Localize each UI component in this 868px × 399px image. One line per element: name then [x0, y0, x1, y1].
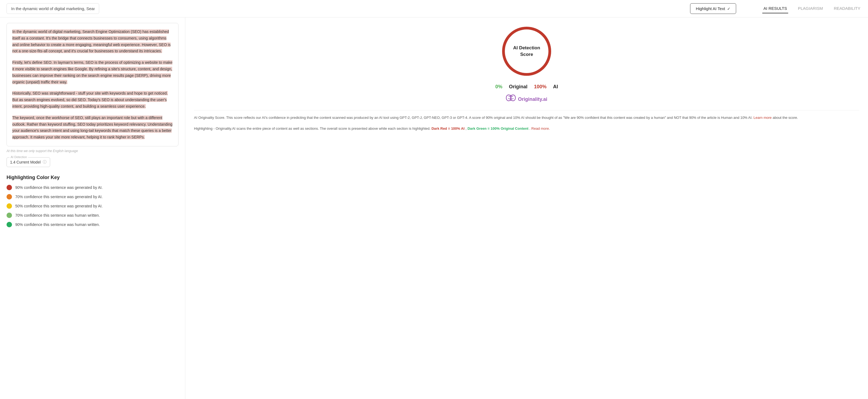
color-key-label-1: 70% confidence this sentence was generat…	[15, 194, 103, 199]
original-pct: 0%	[495, 84, 502, 90]
color-dot-orange	[6, 194, 12, 200]
info-icon[interactable]: ⓘ	[43, 160, 46, 164]
color-key-item-3: 70% confidence this sentence was human w…	[6, 213, 179, 218]
color-key-label-3: 70% confidence this sentence was human w…	[15, 213, 100, 217]
model-selector[interactable]: AI Detection 1.4 Current Model ⓘ	[6, 157, 50, 167]
app-container: Highlight AI Text ✓ AI RESULTS PLAGIARIS…	[0, 0, 868, 399]
paragraph-4: The keyword, once the workhorse of SEO, …	[12, 115, 173, 141]
highlight-ai-text-button[interactable]: Highlight AI Text ✓	[690, 3, 736, 14]
score-circle-container: AI Detection Score	[194, 24, 859, 79]
paragraph-1: In the dynamic world of digital marketin…	[12, 29, 173, 55]
brand-name-prefix: Originality	[518, 96, 542, 102]
color-key-label-0: 90% confidence this sentence was generat…	[15, 185, 103, 190]
color-dot-dark-green	[6, 222, 12, 227]
checkmark-icon: ✓	[727, 6, 731, 11]
tab-ai-results[interactable]: AI RESULTS	[762, 4, 788, 13]
color-dot-light-green	[6, 213, 12, 218]
color-key-section: Highlighting Color Key 90% confidence th…	[6, 175, 179, 227]
paragraph-3: Historically, SEO was straightforward - …	[12, 90, 173, 110]
color-key-item-2: 50% confidence this sentence was generat…	[6, 203, 179, 209]
paragraph-2: Firstly, let's define SEO. In layman's t…	[12, 59, 173, 85]
highlighted-text-3: Historically, SEO was straightforward - …	[12, 91, 168, 109]
highlight-btn-label: Highlight AI Text	[696, 6, 725, 11]
tabs-area: AI RESULTS PLAGIARISM READABILITY	[762, 4, 862, 13]
highlighted-text-4: The keyword, once the workhorse of SEO, …	[12, 116, 173, 139]
highlighted-text-2: Firstly, let's define SEO. In layman's t…	[12, 60, 173, 84]
score-circle-label-line1: AI Detection	[513, 45, 540, 51]
score-circle-label-line2: Score	[520, 52, 533, 57]
score-circle: AI Detection Score	[499, 24, 554, 79]
read-more-link[interactable]: Read more.	[531, 126, 550, 130]
dark-red-label: Dark Red = 100% AI	[432, 126, 465, 130]
highlighted-text-1: In the dynamic world of digital marketin…	[12, 29, 170, 53]
top-bar: Highlight AI Text ✓ AI RESULTS PLAGIARIS…	[0, 0, 868, 18]
left-panel: In the dynamic world of digital marketin…	[0, 18, 185, 399]
color-dot-yellow	[6, 203, 12, 209]
tab-readability[interactable]: READABILITY	[833, 4, 862, 13]
text-content-box: In the dynamic world of digital marketin…	[6, 23, 179, 146]
learn-more-link[interactable]: Learn more	[753, 116, 772, 120]
score-description: AI Originality Score. This score reflect…	[194, 115, 859, 121]
tab-plagiarism[interactable]: PLAGIARISM	[797, 4, 824, 13]
brand-name: Originality.ai	[518, 96, 547, 102]
brand-name-suffix: .ai	[542, 96, 547, 102]
divider	[194, 110, 859, 111]
color-dot-dark-red	[6, 185, 12, 190]
color-key-item-1: 70% confidence this sentence was generat…	[6, 194, 179, 200]
brain-icon	[506, 94, 516, 105]
highlight-description: Highlighting - Originality.AI scans the …	[194, 126, 859, 132]
color-key-item-0: 90% confidence this sentence was generat…	[6, 185, 179, 190]
color-key-item-4: 90% confidence this sentence was human w…	[6, 222, 179, 227]
color-key-label-2: 50% confidence this sentence was generat…	[15, 204, 103, 208]
description2-comma: ,	[466, 126, 467, 130]
score-labels: 0% Original 100% AI	[194, 84, 859, 90]
score-circle-text: AI Detection Score	[513, 45, 540, 58]
model-selector-label: AI Detection	[9, 155, 28, 159]
color-key-title: Highlighting Color Key	[6, 175, 179, 180]
brand-logo: Originality.ai	[194, 94, 859, 105]
description1-end: about the score.	[773, 116, 798, 120]
dark-green-label: Dark Green = 100% Original Content	[467, 126, 529, 130]
main-content: In the dynamic world of digital marketin…	[0, 18, 868, 399]
text-preview-input[interactable]	[6, 3, 99, 14]
ai-pct: 100%	[534, 84, 547, 90]
ai-label: AI	[553, 84, 558, 90]
model-selector-value: 1.4 Current Model ⓘ	[10, 160, 46, 164]
lang-note: At this time we only support the English…	[6, 149, 179, 153]
original-label: Original	[509, 84, 527, 90]
description2-prefix: Highlighting - Originality.AI scans the …	[194, 126, 430, 130]
model-version: 1.4 Current Model	[10, 160, 40, 164]
color-key-label-4: 90% confidence this sentence was human w…	[15, 222, 100, 227]
right-panel: AI Detection Score 0% Original 100% AI	[185, 18, 868, 399]
description1-text: AI Originality Score. This score reflect…	[194, 116, 752, 120]
